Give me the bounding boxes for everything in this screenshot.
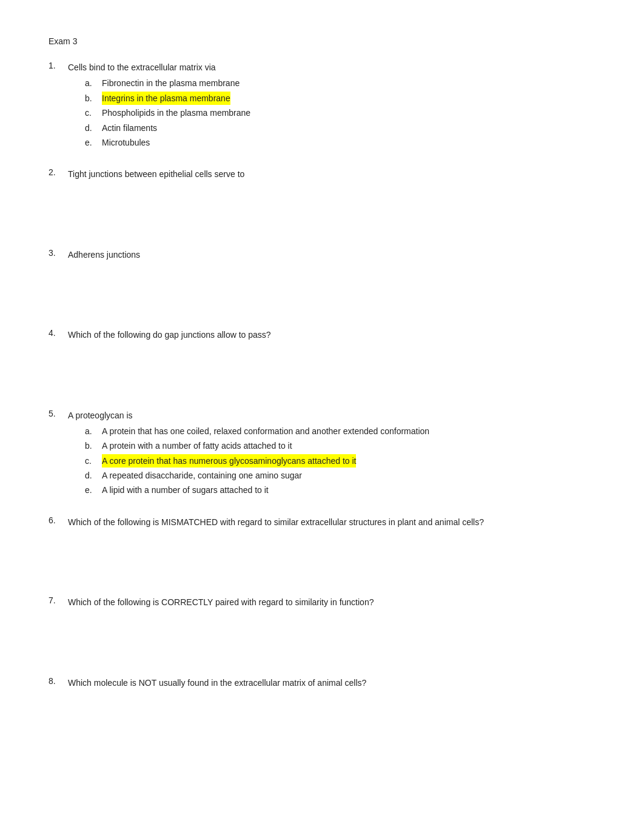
- question-text: A proteoglycan is: [68, 409, 133, 422]
- question-item: 1.Cells bind to the extracellular matrix…: [49, 61, 595, 149]
- question-spacer: [49, 342, 595, 391]
- option-label: d.: [85, 121, 97, 135]
- answer-option: d.A repeated disaccharide, containing on…: [85, 469, 595, 482]
- question-spacer: [49, 181, 595, 230]
- option-text: A lipid with a number of sugars attached…: [102, 483, 269, 497]
- option-text: A protein that has one coiled, relaxed c…: [102, 424, 429, 438]
- option-label: e.: [85, 136, 97, 149]
- question-number-label: 7.: [49, 595, 63, 609]
- answer-option: a.A protein that has one coiled, relaxed…: [85, 424, 595, 438]
- answer-option: c.Phospholipids in the plasma membrane: [85, 106, 595, 119]
- option-text: Integrins in the plasma membrane: [102, 92, 230, 105]
- answer-options: a.A protein that has one coiled, relaxed…: [85, 424, 595, 497]
- option-text: Actin filaments: [102, 121, 157, 135]
- page-title: Exam 3: [49, 36, 595, 46]
- answer-option: c.A core protein that has numerous glyco…: [85, 454, 595, 468]
- answer-options: a.Fibronectin in the plasma membraneb.In…: [85, 76, 595, 149]
- question-number-label: 6.: [49, 515, 63, 529]
- questions-list: 1.Cells bind to the extracellular matrix…: [49, 61, 595, 689]
- question-spacer: [49, 529, 595, 577]
- option-label: a.: [85, 424, 97, 438]
- answer-option: b.Integrins in the plasma membrane: [85, 92, 595, 105]
- question-number-label: 3.: [49, 248, 63, 261]
- question-spacer: [49, 609, 595, 658]
- question-item: 5.A proteoglycan isa.A protein that has …: [49, 409, 595, 497]
- question-number-label: 4.: [49, 328, 63, 341]
- option-label: b.: [85, 439, 97, 452]
- option-text: Phospholipids in the plasma membrane: [102, 106, 250, 119]
- option-text: Microtubules: [102, 136, 150, 149]
- question-text: Which of the following is MISMATCHED wit…: [68, 515, 484, 529]
- answer-option: b.A protein with a number of fatty acids…: [85, 439, 595, 452]
- question-number-label: 1.: [49, 61, 63, 74]
- question-item: 8.Which molecule is NOT usually found in…: [49, 676, 595, 689]
- option-label: b.: [85, 92, 97, 105]
- question-text: Which molecule is NOT usually found in t…: [68, 676, 366, 689]
- answer-option: d.Actin filaments: [85, 121, 595, 135]
- option-text: Fibronectin in the plasma membrane: [102, 76, 240, 90]
- question-item: 7.Which of the following is CORRECTLY pa…: [49, 595, 595, 657]
- question-item: 4.Which of the following do gap junction…: [49, 328, 595, 390]
- question-item: 3.Adherens junctions: [49, 248, 595, 310]
- question-text: Tight junctions between epithelial cells…: [68, 167, 244, 181]
- option-label: c.: [85, 454, 97, 468]
- option-text: A repeated disaccharide, containing one …: [102, 469, 302, 482]
- answer-option: e.Microtubules: [85, 136, 595, 149]
- question-number-label: 5.: [49, 409, 63, 422]
- option-text: A core protein that has numerous glycosa…: [102, 454, 356, 468]
- question-text: Cells bind to the extracellular matrix v…: [68, 61, 216, 74]
- question-text: Which of the following is CORRECTLY pair…: [68, 595, 374, 609]
- question-item: 2.Tight junctions between epithelial cel…: [49, 167, 595, 229]
- option-label: d.: [85, 469, 97, 482]
- option-label: e.: [85, 483, 97, 497]
- question-text: Adherens junctions: [68, 248, 140, 261]
- option-label: c.: [85, 106, 97, 119]
- option-text: A protein with a number of fatty acids a…: [102, 439, 292, 452]
- answer-option: e.A lipid with a number of sugars attach…: [85, 483, 595, 497]
- option-label: a.: [85, 76, 97, 90]
- answer-option: a.Fibronectin in the plasma membrane: [85, 76, 595, 90]
- question-text: Which of the following do gap junctions …: [68, 328, 271, 341]
- question-number-label: 8.: [49, 676, 63, 689]
- question-spacer: [49, 261, 595, 310]
- question-number-label: 2.: [49, 167, 63, 181]
- question-item: 6.Which of the following is MISMATCHED w…: [49, 515, 595, 577]
